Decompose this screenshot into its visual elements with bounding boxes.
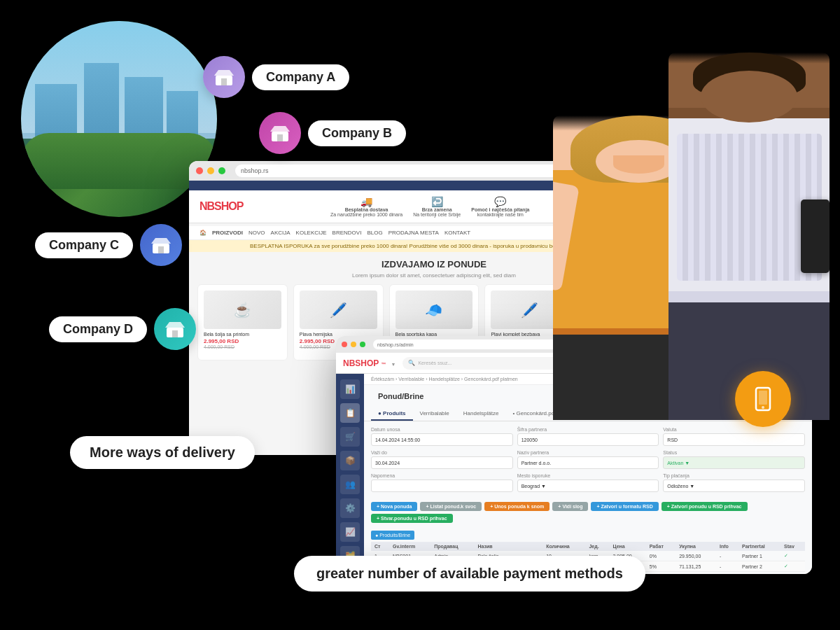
form-group-4: Važi do 30.04.2024 [371,450,513,469]
form-label-status: Status [663,450,805,455]
minimize-dot[interactable] [207,167,214,174]
svg-rect-9 [158,246,164,253]
btn-zatvori-prihvac[interactable]: + Zatvori ponudu u RSD prihvac [662,502,748,511]
btn-nova-ponuda[interactable]: + Nova ponuda [371,502,417,511]
btn-stvari[interactable]: + Stvar.ponudu u RSD prihvac [371,514,453,523]
product-card-1[interactable]: ☕ Bela šolja sa printom 2.995,00 RSD 4.0… [197,284,288,360]
form-input-napomena[interactable] [371,479,513,492]
form-label-valuta: Valuta [663,427,805,432]
form-input-tip[interactable]: Odloženo ▼ [663,479,805,492]
sidebar-icon-partners[interactable]: 👥 [340,475,360,494]
table-section-label: ● Produits/Brine [371,531,414,540]
svg-rect-5 [277,134,283,141]
form-group-1: Datum unosa 14.04.2024 14:55:00 [371,427,513,446]
nav-kolekcije[interactable]: KOLEKCIJE [296,230,327,236]
form-label-mesto: Mesto isporuke [517,473,659,478]
form-label-partner: Šifra partnera [517,427,659,432]
admin-form-area: Datum unosa 14.04.2024 14:55:00 Šifra pa… [364,421,812,498]
person-man [668,52,830,420]
form-input-vazi[interactable]: 30.04.2024 [371,456,513,469]
col-jed: Јед. [585,542,609,551]
nav-prodajna[interactable]: PRODAJNA MESTA [388,230,439,236]
company-a-badge: Company A [203,56,349,98]
admin-tab-produits[interactable]: ● Produits [371,407,413,421]
company-a-label: Company A [252,64,349,90]
company-d-badge: Company D [49,308,196,350]
product-old-price-1: 4.000,00 RSD [204,344,281,349]
form-input-valuta[interactable]: RSD [663,433,805,446]
admin-page-title: Ponud/Brine [371,388,430,405]
form-input-datum[interactable]: 14.04.2024 14:55:00 [371,433,513,446]
sidebar-icon-reports[interactable]: 📈 [340,522,360,542]
svg-rect-11 [165,246,169,250]
col-ct: Ст [371,542,389,551]
form-group-8: Mesto isporuke Beograd ▼ [517,473,659,492]
form-input-naziv[interactable]: Partner d.o.o. [517,456,659,469]
form-group-9: Tip plaćanja Odloženo ▼ [663,473,805,492]
nav-products[interactable]: PROIZVODI [212,230,243,236]
admin-logo: NBSHOP ™ ▼ [343,358,396,368]
nav-home-icon[interactable]: 🏠 [200,230,206,236]
btn-unos[interactable]: + Unos ponuda k snom [484,502,550,511]
delivery-badge: More ways of delivery [70,436,255,469]
benefit-returns: ↩️ Brza zamena Na teritoriji cele Srbije [413,196,461,217]
admin-sidebar: 📊 📋 🛒 📦 👥 ⚙️ 📈 🗂️ [336,374,364,574]
nav-akcija[interactable]: AKCIJA [271,230,290,236]
svg-rect-15 [179,330,183,334]
col-rabat: Рабат [646,542,676,551]
form-input-status[interactable]: Aktivan ▼ [663,456,805,469]
form-input-mesto[interactable]: Beograd ▼ [517,479,659,492]
svg-rect-13 [172,330,178,337]
btn-zatvori-rsd[interactable]: + Zatvori u formatu RSD [591,502,658,511]
sidebar-icon-offers[interactable]: 📋 [340,403,360,423]
sidebar-icon-products[interactable]: 📦 [340,451,360,470]
svg-point-18 [762,406,764,409]
form-group-6: Status Aktivan ▼ [663,450,805,469]
main-scene: Company A Company B Company C [0,0,840,630]
benefit-support: 💬 Pomoć i najčešća pitanja kontaktirajte… [471,196,529,217]
form-label-naziv: Naziv partnera [517,450,659,455]
sidebar-icon-orders[interactable]: 🛒 [340,427,360,447]
company-c-label: Company C [35,232,133,258]
benefit-delivery: 🚚 Besplatna dostava Za narudžbine preko … [330,196,402,217]
company-a-icon [203,56,245,98]
maximize-dot[interactable] [218,167,225,174]
col-prodavac: Продавац [430,542,474,551]
col-cena: Цена [609,542,645,551]
form-group-5: Naziv partnera Partner d.o.o. [517,450,659,469]
form-group-7: Napomena [371,473,513,492]
admin-tab-verri[interactable]: Verribalable [413,407,456,421]
payment-badge-text: greater number of available payment meth… [316,566,623,581]
city-circle-image [21,21,217,217]
company-d-label: Company D [49,316,147,342]
svg-rect-6 [272,134,276,138]
product-img-3: 🧢 [396,290,473,329]
sidebar-icon-settings[interactable]: ⚙️ [340,498,360,518]
product-price-1: 2.995,00 RSD [204,338,281,344]
admin-tab-handels[interactable]: Handelsplätze [456,407,506,421]
nav-brendovi[interactable]: BRENDOVI [332,230,362,236]
admin-action-buttons: + Nova ponuda + Listat ponud.k svoc + Un… [364,498,812,527]
btn-listat[interactable]: + Listat ponud.k svoc [420,502,482,511]
btn-vidi[interactable]: + Vidi slog [552,502,588,511]
form-group-3: Valuta RSD [663,427,805,446]
form-input-partner[interactable]: 120050 [517,433,659,446]
admin-maximize-dot[interactable] [360,342,365,347]
col-intermed: Gv.interm [389,542,430,551]
col-ukupna: Укупна [676,542,716,551]
admin-close-dot[interactable] [342,342,347,347]
nav-kontakt[interactable]: KONTAKT [444,230,470,236]
company-b-badge: Company B [259,112,406,154]
admin-minimize-dot[interactable] [351,342,356,347]
company-b-icon [259,112,301,154]
col-info: Info [716,542,738,551]
sidebar-icon-dashboard[interactable]: 📊 [340,379,360,399]
form-label-napomena: Napomena [371,473,513,478]
nav-blog[interactable]: BLOG [367,230,382,236]
col-naziv: Назив [474,542,542,551]
col-kolicina: Количина [542,542,585,551]
close-dot[interactable] [196,167,203,174]
payment-methods-badge: greater number of available payment meth… [294,556,645,592]
nav-new[interactable]: NOVO [248,230,265,236]
col-partnertal: Partnertal [738,542,780,551]
